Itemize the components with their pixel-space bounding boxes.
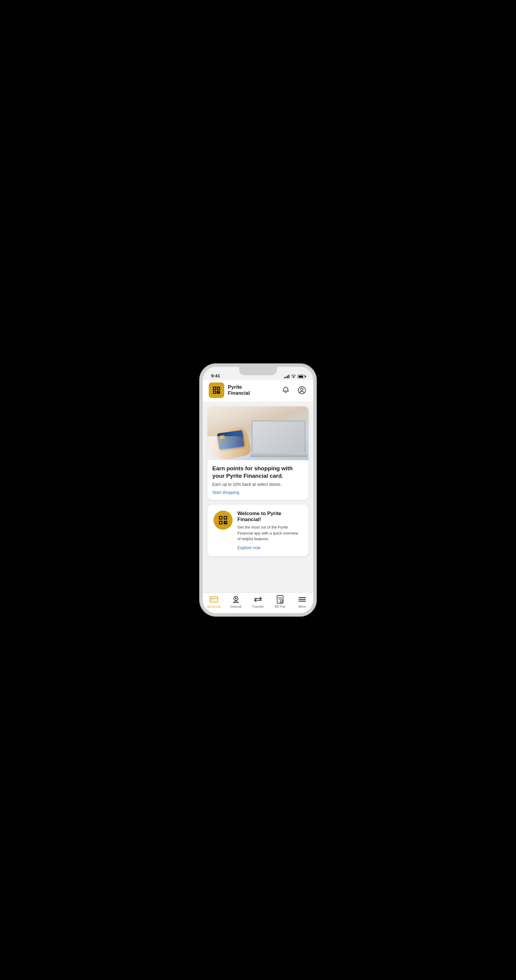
wifi-icon: [291, 375, 296, 378]
app-header: Pyrite Financial: [203, 380, 313, 402]
svg-rect-19: [225, 522, 226, 523]
welcome-logo-circle: [213, 511, 233, 530]
notification-button[interactable]: [280, 385, 291, 396]
status-time: 9:41: [211, 373, 220, 378]
promo-description: Earn up to 10% back at select stores.: [212, 482, 304, 487]
deposit-label: Deposit: [230, 605, 241, 608]
svg-rect-8: [218, 392, 219, 393]
logo-area: Pyrite Financial: [209, 382, 250, 398]
signal-icon: [284, 375, 289, 378]
promo-card: Earn points for shopping with your Pyrit…: [208, 406, 308, 500]
nav-item-accounts[interactable]: Accounts: [205, 595, 223, 608]
explore-now-link[interactable]: Explore now: [237, 545, 260, 550]
welcome-card: Welcome to Pyrite Financial! Get the mos…: [208, 504, 308, 556]
nav-item-transfer[interactable]: Transfer: [249, 595, 267, 608]
svg-rect-22: [211, 600, 213, 600]
start-shopping-link[interactable]: Start shopping: [212, 490, 239, 495]
svg-rect-6: [214, 391, 215, 393]
more-icon: [298, 595, 306, 603]
promo-text-area: Earn points for shopping with your Pyrit…: [208, 460, 308, 500]
main-content: Earn points for shopping with your Pyrit…: [203, 402, 313, 592]
profile-button[interactable]: [297, 385, 307, 396]
transfer-icon: [254, 595, 262, 603]
more-label: More: [298, 605, 306, 608]
deposit-icon: $: [232, 595, 240, 603]
nav-item-more[interactable]: More: [293, 595, 311, 608]
svg-point-10: [301, 388, 303, 390]
svg-text:$: $: [235, 597, 236, 600]
welcome-text-area: Welcome to Pyrite Financial! Get the mos…: [237, 511, 303, 550]
svg-rect-5: [218, 388, 219, 389]
transfer-label: Transfer: [252, 605, 264, 608]
app-logo-symbol: [212, 386, 221, 395]
status-icons: [284, 375, 305, 378]
notch: [239, 367, 277, 375]
app-logo-box: [209, 382, 224, 398]
svg-rect-15: [220, 517, 222, 519]
promo-image: [208, 406, 308, 460]
promo-title: Earn points for shopping with your Pyrit…: [212, 465, 304, 480]
app-name: Pyrite Financial: [228, 384, 250, 396]
svg-rect-23: [213, 600, 214, 600]
nav-item-deposit[interactable]: $ Deposit: [227, 595, 245, 608]
accounts-icon: [210, 595, 218, 603]
profile-icon: [298, 386, 306, 395]
welcome-description: Get the most out of the Pyrite Financial…: [237, 524, 303, 542]
battery-icon: [298, 375, 305, 378]
bottom-navigation: Accounts $ Deposit: [203, 592, 313, 613]
welcome-title: Welcome to Pyrite Financial!: [237, 511, 303, 523]
svg-rect-17: [220, 522, 222, 523]
phone-frame: 9:41: [200, 364, 316, 616]
nav-item-bill-pay[interactable]: Bill Pay: [271, 595, 289, 608]
header-icons: [280, 385, 307, 396]
welcome-logo-symbol: [218, 515, 229, 525]
bill-pay-label: Bill Pay: [275, 605, 286, 608]
accounts-label: Accounts: [207, 605, 221, 608]
svg-rect-4: [214, 388, 215, 389]
svg-rect-20: [210, 597, 218, 602]
phone-inner: 9:41: [203, 367, 313, 613]
bill-pay-icon: [276, 595, 284, 603]
svg-rect-16: [225, 517, 226, 519]
bell-icon: [282, 386, 290, 394]
